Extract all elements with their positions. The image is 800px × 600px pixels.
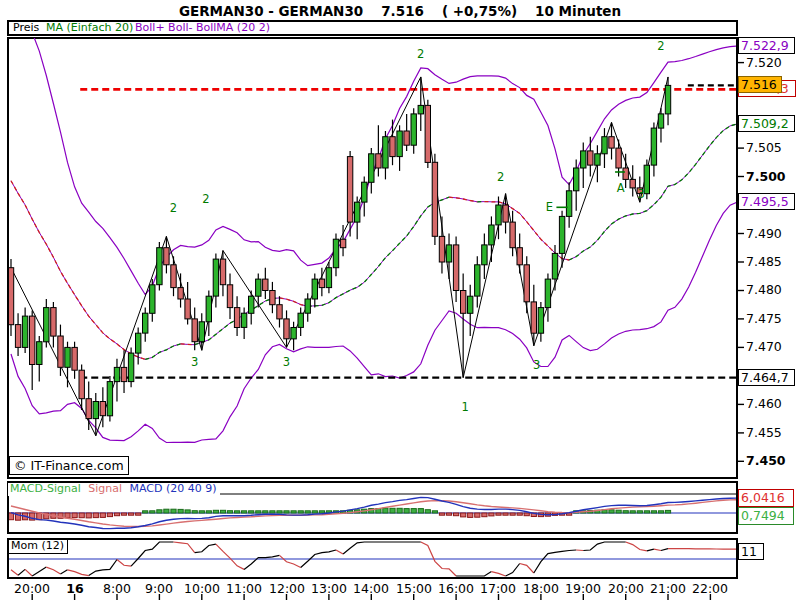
x-axis-label: 22:00: [682, 581, 738, 596]
y-axis-label: 7.520: [746, 56, 782, 70]
momentum-panel[interactable]: [7, 538, 738, 579]
legend-macd-hist: MACD-Signal: [10, 482, 81, 495]
main-legend: Preis MA (Einfach 20) Boll+ Boll- BollMA…: [7, 20, 738, 36]
y-axis-label: 7.460: [746, 397, 782, 411]
y-axis-label: 7.480: [746, 283, 782, 297]
watermark-text: © IT-Finance.com: [14, 458, 124, 473]
last-price: 7.516: [381, 3, 424, 19]
chart-window: GERMAN30 - GERMAN307.516( +0,75%)10 Minu…: [0, 0, 800, 600]
y-axis-label: 7.500: [746, 170, 786, 184]
y-axis-value-box: 7.522,9: [738, 37, 795, 54]
legend-mom: Mom (12): [11, 539, 64, 552]
y-axis-value-box: 7.516: [738, 76, 782, 93]
y-axis-label: 7.455: [746, 426, 782, 440]
y-axis-label: 7.490: [746, 227, 782, 241]
watermark: © IT-Finance.com: [9, 456, 129, 475]
chart-title: GERMAN30 - GERMAN307.516( +0,75%)10 Minu…: [0, 3, 800, 19]
price-chart-panel[interactable]: [7, 37, 738, 479]
legend-ma: MA (Einfach 20): [46, 22, 133, 34]
legend-price: Preis: [13, 22, 39, 34]
y-axis-value-box: 7.509,2: [738, 115, 795, 132]
y-axis-value-box: 7.495,5: [738, 193, 795, 210]
momentum-value-box: 11: [738, 543, 764, 560]
macd-legend: MACD-Signal Signal MACD (20 40 9): [8, 483, 220, 496]
y-axis-label: 7.505: [746, 141, 782, 155]
instrument-name: GERMAN30 - GERMAN30: [179, 3, 363, 19]
macd-hist-value-box: 0,7494: [738, 507, 794, 525]
legend-macd-line: MACD (20 40 9): [130, 482, 217, 495]
timeframe-label: 10 Minuten: [535, 3, 621, 19]
y-axis-label: 7.485: [746, 255, 782, 269]
legend-bollinger: Boll+ Boll- BollMA (20 2): [135, 22, 270, 34]
y-axis-value-box: 7.464,7: [738, 369, 795, 386]
y-axis-label: 7.475: [746, 312, 782, 326]
y-axis-label: 7.450: [746, 454, 786, 468]
y-axis-label: 7.470: [746, 340, 782, 354]
macd-signal-value-box: 6,0416: [738, 489, 794, 507]
momentum-legend: Mom (12): [8, 539, 68, 554]
legend-macd-signal: Signal: [88, 482, 122, 495]
price-change: ( +0,75%): [442, 3, 517, 19]
